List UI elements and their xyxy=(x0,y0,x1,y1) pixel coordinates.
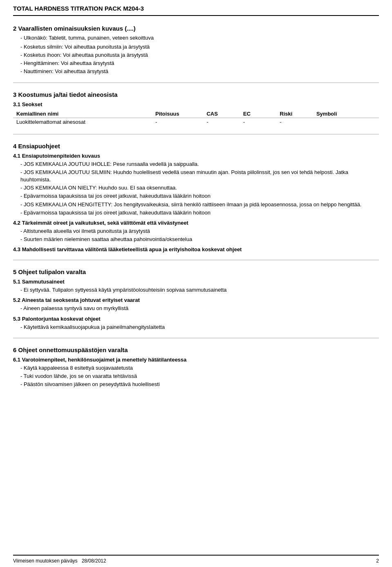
list-item: Päästön siivoamisen jälkeen on peseydytt… xyxy=(20,381,379,388)
section-41-list: JOS KEMIKAALIA JOUTUU IHOLLE: Pese runsa… xyxy=(13,161,379,217)
section-5: 5 Ohjeet tulipalon varalta 5.1 Sammutusa… xyxy=(13,263,379,332)
section-4: 4 Ensiapuohjeet 4.1 Ensiaputoimenpiteide… xyxy=(13,138,379,254)
list-item: Nauttiminen: Voi aiheuttaa ärsytystä xyxy=(20,68,379,75)
table-cell-ec: - xyxy=(240,118,277,126)
section-5-heading: 5 Ohjeet tulipalon varalta xyxy=(13,268,379,275)
table-cell-name: Luokittelemattomat ainesosat xyxy=(13,118,152,126)
table-header-symboli: Symboli xyxy=(313,110,379,118)
table-header-name: Kemiallinen nimi xyxy=(13,110,152,118)
footer-label-text: Viimeisen muutoksen päiväys xyxy=(13,558,78,564)
section-42-heading: 4.2 Tärkeimmät oireet ja vaikutukset, se… xyxy=(13,220,379,226)
divider-5-6 xyxy=(13,338,379,338)
table-header-riski: Riski xyxy=(276,110,313,118)
list-item: Aineen palaessa syntyvä savu on myrkylli… xyxy=(20,305,379,312)
table-header-pitoisuus: Pitoisuus xyxy=(152,110,203,118)
section-41-heading: 4.1 Ensiaputoimenpiteiden kuvaus xyxy=(13,153,379,159)
footer-label: Viimeisen muutoksen päiväys 28/08/2012 xyxy=(13,558,106,564)
list-item: Suurten määrien nieleminen saattaa aiheu… xyxy=(20,236,379,243)
section-61-list: Käytä kappaleessa 8 esitettyä suojavaate… xyxy=(13,364,379,388)
section-43-heading: 4.3 Mahdollisesti tarvittavaa välitöntä … xyxy=(13,246,379,252)
page-footer: Viimeisen muutoksen päiväys 28/08/2012 2 xyxy=(13,555,379,567)
section-52-list: Aineen palaessa syntyvä savu on myrkylli… xyxy=(13,305,379,312)
table-header-ec: EC xyxy=(240,110,277,118)
section-51-list: Ei syttyvää. Tulipalon syttyessä käytä y… xyxy=(13,286,379,294)
section-52-heading: 5.2 Aineesta tai seoksesta johtuvat erit… xyxy=(13,297,379,303)
divider-2-3 xyxy=(13,83,379,83)
divider-3-4 xyxy=(13,134,379,134)
list-item: Altistuneella alueella voi ilmetä punoit… xyxy=(20,228,379,235)
section-2-heading: 2 Vaarallisten ominaisuuksien kuvaus (..… xyxy=(13,25,379,32)
section-2-list: Kosketus silmiin: Voi aiheuttaa punoitus… xyxy=(13,43,379,76)
divider-4-5 xyxy=(13,260,379,260)
list-item: JOS KEMIKAALIA JOUTUU IHOLLE: Pese runsa… xyxy=(20,161,379,168)
section-6-heading: 6 Ohjeet onnettomuuspäästöjen varalta xyxy=(13,346,379,353)
section-3-heading: 3 Koostumus ja/tai tiedot aineosista xyxy=(13,91,379,98)
list-item: JOS KEMIKAALIA JOUTUU SILMIIN: Huuhdo hu… xyxy=(20,169,379,183)
table-cell-symboli xyxy=(313,118,379,126)
section-42-list: Altistuneella alueella voi ilmetä punoit… xyxy=(13,228,379,243)
table-header-cas: CAS xyxy=(203,110,240,118)
page-title: TOTAL HARDNESS TITRATION PACK M204-3 xyxy=(13,0,379,16)
section-6: 6 Ohjeet onnettomuuspäästöjen varalta 6.… xyxy=(13,342,379,390)
table-row: Luokittelemattomat ainesosat - - - - xyxy=(13,118,379,126)
list-item: Tuki vuodon lähde, jos se on vaaratta te… xyxy=(20,373,379,380)
section-2-intro: - Ulkonäkö: Tabletit, tumma, punainen, v… xyxy=(13,34,379,42)
section-4-heading: 4 Ensiapuohjeet xyxy=(13,143,379,150)
section-2: 2 Vaarallisten ominaisuuksien kuvaus (..… xyxy=(13,20,379,77)
list-item: Käytettävä kemikaalisuojapukua ja painei… xyxy=(20,324,379,331)
list-item: JOS KEMIKAALIA ON NIELTY: Huuhdo suu. EI… xyxy=(20,184,379,192)
list-item: Käytä kappaleessa 8 esitettyä suojavaate… xyxy=(20,364,379,372)
footer-date: 28/08/2012 xyxy=(82,558,106,564)
table-cell-riski: - xyxy=(276,118,313,126)
section-31-heading: 3.1 Seokset xyxy=(13,101,379,107)
section-53-heading: 5.3 Palontorjuntaa koskevat ohjeet xyxy=(13,316,379,322)
section-61-heading: 6.1 Varotoimenpiteet, henkilönsuojaimet … xyxy=(13,357,379,363)
table-cell-pitoisuus: - xyxy=(152,118,203,126)
list-item: Epävarmoissa tapauksissa tai jos oireet … xyxy=(20,192,379,200)
section-31-table: Kemiallinen nimi Pitoisuus CAS EC Riski … xyxy=(13,110,379,126)
list-item: JOS KEMIKAALIA ON HENGITETTY: Jos hengit… xyxy=(20,201,379,208)
list-item: Hengittäminen: Voi aiheuttaa ärsytystä xyxy=(20,60,379,67)
list-item: Ei syttyvää. Tulipalon syttyessä käytä y… xyxy=(20,286,379,294)
list-item: Kosketus silmiin: Voi aiheuttaa punoitus… xyxy=(20,43,379,51)
section-53-list: Käytettävä kemikaalisuojapukua ja painei… xyxy=(13,324,379,331)
list-item: Kosketus ihoon: Voi aiheuttaa punoitusta… xyxy=(20,51,379,59)
section-51-heading: 5.1 Sammutusaineet xyxy=(13,279,379,285)
table-cell-cas: - xyxy=(203,118,240,126)
list-item: Epävarmoissa tapauksissa tai jos oireet … xyxy=(20,209,379,217)
footer-page-number: 2 xyxy=(376,558,379,564)
section-3: 3 Koostumus ja/tai tiedot aineosista 3.1… xyxy=(13,86,379,128)
